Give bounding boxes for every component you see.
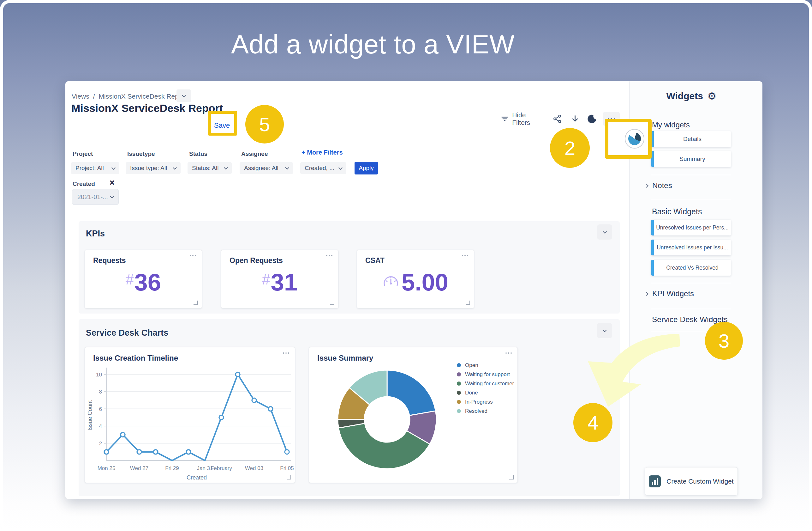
collapse-kpi-section-button[interactable] bbox=[597, 224, 612, 240]
widget-item-created-vs-resolved[interactable]: Created Vs Resolved bbox=[651, 260, 731, 276]
svg-text:Issue Count: Issue Count bbox=[87, 400, 93, 431]
callout-step-4: 4 bbox=[573, 403, 612, 442]
legend-item: Resolved bbox=[457, 406, 514, 416]
resize-handle[interactable] bbox=[466, 301, 470, 305]
created-dropdown[interactable]: Created, ... bbox=[300, 162, 346, 174]
callout-step-5: 5 bbox=[245, 105, 284, 143]
breadcrumb-current[interactable]: MissionX ServiceDesk Report bbox=[99, 93, 186, 100]
chevron-down-icon bbox=[338, 166, 343, 170]
card-menu-icon[interactable] bbox=[283, 352, 289, 354]
legend-swatch bbox=[457, 381, 461, 386]
dark-mode-moon-icon[interactable] bbox=[587, 113, 597, 124]
hide-filters-button[interactable]: Hide Filters bbox=[512, 111, 542, 126]
widget-logo-icon[interactable] bbox=[625, 129, 644, 149]
issue-creation-timeline-card[interactable]: Issue Creation Timeline 246810Mon 25Wed … bbox=[85, 347, 295, 483]
resize-handle[interactable] bbox=[509, 475, 514, 479]
share-icon[interactable] bbox=[553, 114, 562, 124]
more-filters-link[interactable]: + More Filters bbox=[302, 149, 343, 156]
chevron-down-icon bbox=[182, 93, 186, 97]
resize-handle[interactable] bbox=[287, 475, 291, 479]
collapse-charts-section-button[interactable] bbox=[597, 323, 612, 338]
chevron-down-icon bbox=[603, 328, 607, 332]
legend-swatch bbox=[457, 372, 461, 376]
kpi-value: 5.00 bbox=[402, 270, 448, 294]
create-custom-widget-button[interactable]: Create Custom Widget bbox=[645, 467, 738, 495]
legend-item: Waiting for support bbox=[457, 370, 514, 379]
legend-swatch bbox=[457, 400, 461, 404]
legend-item: In-Progress bbox=[457, 397, 514, 406]
chevron-down-icon bbox=[112, 166, 116, 170]
chevron-right-icon bbox=[644, 292, 649, 296]
divider bbox=[651, 175, 731, 175]
legend-swatch bbox=[457, 409, 461, 413]
number-sign-icon: # bbox=[126, 271, 134, 288]
legend-swatch bbox=[457, 363, 461, 367]
assignee-dropdown[interactable]: Assignee: All bbox=[240, 162, 293, 174]
divider bbox=[651, 309, 731, 309]
save-button[interactable]: Save bbox=[214, 121, 230, 129]
charts-section-title: Service Desk Charts bbox=[86, 328, 168, 338]
lesson-title: Add a widget to a VIEW bbox=[0, 29, 746, 60]
resize-handle[interactable] bbox=[193, 301, 198, 305]
apply-button[interactable]: Apply bbox=[354, 162, 378, 174]
gear-icon[interactable]: ⚙ bbox=[708, 91, 717, 101]
card-menu-icon[interactable] bbox=[326, 255, 332, 256]
kpi-widgets-toggle[interactable]: KPI Widgets bbox=[645, 289, 694, 298]
view-switcher-button[interactable] bbox=[176, 89, 191, 102]
svg-text:Wed 27: Wed 27 bbox=[130, 465, 148, 471]
svg-text:Mon 25: Mon 25 bbox=[98, 465, 116, 471]
download-icon[interactable] bbox=[570, 114, 580, 124]
my-widgets-heading: My widgets bbox=[652, 121, 690, 129]
remove-filter-icon[interactable]: × bbox=[110, 178, 115, 188]
gauge-icon bbox=[383, 275, 399, 289]
filter-label-assignee: Assignee bbox=[241, 151, 268, 157]
kpi-card-open-requests[interactable]: Open Requests #31 bbox=[221, 250, 338, 308]
breadcrumb: Views / MissionX ServiceDesk Report bbox=[72, 93, 186, 100]
issuetype-dropdown[interactable]: Issue type: All bbox=[126, 162, 180, 174]
service-desk-widgets-heading: Service Desk Widgets bbox=[652, 315, 728, 324]
sidebar-header: Widgets ⚙ bbox=[630, 91, 753, 101]
created-chip-label: Created bbox=[73, 181, 95, 187]
chart-legend: Open Waiting for support Waiting for cus… bbox=[457, 361, 514, 416]
app-window: Views / MissionX ServiceDesk Report Miss… bbox=[66, 81, 763, 499]
svg-text:Fri 29: Fri 29 bbox=[165, 465, 179, 471]
legend-item: Waiting for customer bbox=[457, 379, 514, 388]
svg-text:8: 8 bbox=[99, 389, 102, 395]
legend-swatch bbox=[457, 391, 461, 395]
legend-item: Done bbox=[457, 388, 514, 397]
svg-text:Fri 05: Fri 05 bbox=[280, 465, 294, 471]
widget-item-unresolved-per-person[interactable]: Unresolved Issues per Pers... bbox=[651, 220, 731, 236]
callout-step-3: 3 bbox=[705, 322, 743, 360]
widget-item-unresolved-per-issue[interactable]: Unresolved Issues per Issu... bbox=[651, 240, 731, 255]
screenshot: Add a widget to a VIEW Views / MissionX … bbox=[0, 0, 812, 531]
kpi-card-requests[interactable]: Requests #36 bbox=[85, 250, 202, 308]
chevron-down-icon bbox=[603, 229, 607, 234]
line-chart-svg: 246810Mon 25Wed 27Fri 29Jan 31FebruaryWe… bbox=[85, 366, 295, 483]
resize-handle[interactable] bbox=[330, 301, 334, 305]
widget-item-summary[interactable]: Summary bbox=[651, 151, 731, 167]
issue-summary-card[interactable]: Issue Summary Open Waiting for support W… bbox=[309, 347, 518, 483]
save-highlight-box: Save bbox=[208, 111, 237, 136]
widget-item-details[interactable]: Details bbox=[651, 131, 731, 147]
kpi-value: 31 bbox=[271, 270, 298, 294]
widget-drag-highlight-box bbox=[605, 119, 652, 159]
chevron-down-icon bbox=[173, 166, 177, 170]
created-date-dropdown[interactable]: 2021-01-... bbox=[72, 189, 119, 205]
svg-text:February: February bbox=[211, 465, 232, 471]
breadcrumb-root[interactable]: Views bbox=[72, 93, 89, 100]
svg-text:Wed 03: Wed 03 bbox=[245, 465, 263, 471]
kpi-section-title: KPIs bbox=[86, 229, 105, 239]
status-dropdown[interactable]: Status: All bbox=[188, 162, 232, 174]
divider bbox=[651, 200, 731, 200]
pie-logo-icon bbox=[628, 132, 641, 145]
svg-text:6: 6 bbox=[99, 406, 102, 412]
notes-section-toggle[interactable]: Notes bbox=[645, 181, 672, 190]
card-menu-icon[interactable] bbox=[462, 255, 468, 256]
kpi-card-csat[interactable]: CSAT 5.00 bbox=[357, 250, 474, 308]
card-menu-icon[interactable] bbox=[190, 255, 196, 256]
project-dropdown[interactable]: Project: All bbox=[71, 162, 119, 174]
filter-label-issuetype: Issuetype bbox=[127, 151, 155, 157]
kpi-value: 36 bbox=[134, 270, 161, 294]
report-toolbar: Hide Filters bbox=[501, 112, 620, 126]
filter-label-status: Status bbox=[189, 151, 207, 157]
